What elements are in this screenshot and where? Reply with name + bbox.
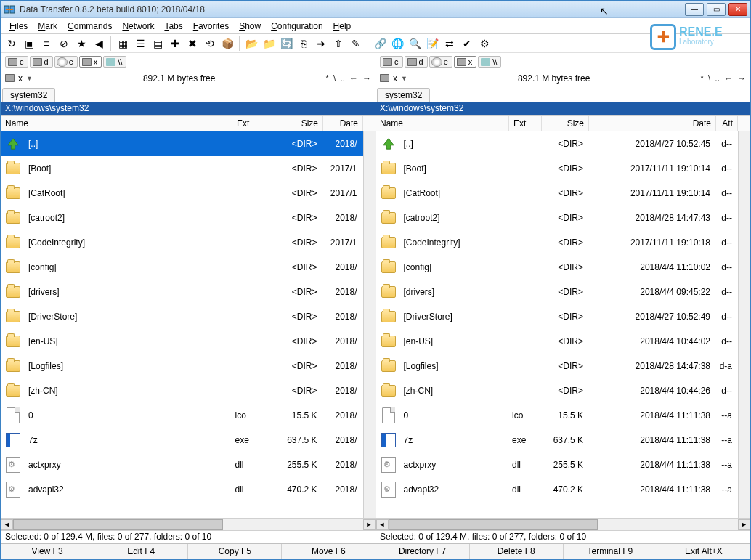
compare-icon[interactable]: ⇄: [442, 36, 458, 52]
file-row[interactable]: [zh-CN]<DIR>2018/4/4 10:44:26d--: [376, 378, 739, 403]
notes-icon[interactable]: 📝: [424, 36, 440, 52]
file-row[interactable]: [config]<DIR>2018/4/4 11:10:02d--: [376, 255, 739, 280]
file-row[interactable]: [en-US]<DIR>2018/: [1, 329, 363, 354]
nav-up[interactable]: ..: [715, 73, 720, 84]
unpack-icon[interactable]: 📂: [243, 36, 259, 52]
func-move[interactable]: Move F6: [282, 544, 376, 559]
drive-x[interactable]: x: [454, 56, 477, 68]
tree-icon[interactable]: ☰: [132, 36, 148, 52]
file-row[interactable]: [..]<DIR>2018/4/27 10:52:45d--: [376, 131, 739, 156]
back-icon[interactable]: ◀: [91, 36, 107, 52]
details-icon[interactable]: ▤: [150, 36, 166, 52]
file-row[interactable]: [..]<DIR>2018/: [1, 131, 363, 156]
file-row[interactable]: [CodeIntegrity]<DIR>2017/11/11 19:10:18d…: [376, 230, 739, 255]
func-delete[interactable]: Delete F8: [470, 544, 564, 559]
options-icon[interactable]: ⚙: [476, 36, 492, 52]
file-row[interactable]: 0ico15.5 K2018/: [1, 403, 363, 428]
list-icon[interactable]: ≡: [38, 36, 54, 52]
file-row[interactable]: 7zexe637.5 K2018/: [1, 428, 363, 453]
file-row[interactable]: [catroot2]<DIR>2018/: [1, 206, 363, 230]
func-copy[interactable]: Copy F5: [188, 544, 282, 559]
path-right[interactable]: X:\windows\system32: [376, 102, 750, 115]
drive-e[interactable]: e: [429, 56, 452, 68]
drive-c[interactable]: c: [380, 56, 403, 68]
vscroll-left[interactable]: [363, 131, 376, 518]
scroll-right-icon[interactable]: ►: [363, 519, 376, 530]
func-terminal[interactable]: Terminal F9: [564, 544, 657, 559]
file-list-left[interactable]: [..]<DIR>2018/[Boot]<DIR>2017/1[CatRoot]…: [1, 131, 363, 518]
drive-netnet[interactable]: \\: [103, 56, 126, 68]
drive-netnet[interactable]: \\: [478, 56, 501, 68]
maximize-button[interactable]: ▭: [707, 3, 726, 16]
nav-star[interactable]: *: [700, 73, 704, 84]
titlebar[interactable]: Data Transfer 0.8.2 beta build 8010; 201…: [1, 1, 750, 18]
grid-icon[interactable]: ▦: [115, 36, 131, 52]
tab-left[interactable]: system32: [2, 88, 55, 102]
all-icon[interactable]: ✚: [167, 36, 183, 52]
close-button[interactable]: ✕: [728, 3, 747, 16]
drive-selector-right[interactable]: x▼: [380, 73, 407, 84]
file-row[interactable]: 7zexe637.5 K2018/4/4 11:11:38--a: [376, 428, 739, 453]
col-ext[interactable]: Ext: [509, 116, 542, 131]
minimize-button[interactable]: —: [685, 3, 704, 16]
col-name[interactable]: Name: [376, 116, 509, 131]
none-icon[interactable]: ✖: [184, 36, 200, 52]
folderup-icon[interactable]: ⇧: [330, 36, 346, 52]
file-row[interactable]: [CatRoot]<DIR>2017/11/11 19:10:14d--: [376, 181, 739, 206]
func-view[interactable]: View F3: [1, 544, 94, 559]
nav-star[interactable]: *: [325, 73, 329, 84]
col-att[interactable]: Att: [716, 116, 738, 131]
menu-show[interactable]: Show: [235, 20, 265, 33]
menu-commands[interactable]: Commands: [63, 20, 116, 33]
col-size[interactable]: Size: [542, 116, 589, 131]
col-size[interactable]: Size: [272, 116, 323, 131]
menu-files[interactable]: Files: [5, 20, 32, 33]
vscroll-right[interactable]: [738, 131, 750, 518]
menu-tabs[interactable]: Tabs: [160, 20, 187, 33]
nav-up[interactable]: ..: [340, 73, 345, 84]
file-row[interactable]: [drivers]<DIR>2018/: [1, 280, 363, 304]
nav-root[interactable]: \: [708, 73, 710, 84]
file-row[interactable]: actxprxydll255.5 K2018/: [1, 453, 363, 477]
func-directory[interactable]: Directory F7: [376, 544, 470, 559]
scroll-left-icon[interactable]: ◄: [376, 519, 389, 530]
stop-icon[interactable]: ⊘: [56, 36, 72, 52]
scroll-left-icon[interactable]: ◄: [1, 519, 13, 530]
file-row[interactable]: [DriverStore]<DIR>2018/: [1, 304, 363, 329]
terminal-icon[interactable]: ▣: [21, 36, 37, 52]
hscroll-left[interactable]: ◄ ►: [1, 518, 376, 530]
menu-configuration[interactable]: Configuration: [267, 20, 327, 33]
drive-d[interactable]: d: [30, 56, 53, 68]
file-row[interactable]: [CatRoot]<DIR>2017/1: [1, 181, 363, 206]
edit-icon[interactable]: ✎: [348, 36, 364, 52]
file-row[interactable]: advapi32dll470.2 K2018/4/4 11:11:38--a: [376, 477, 739, 502]
star-icon[interactable]: ★: [73, 36, 89, 52]
menu-network[interactable]: Network: [118, 20, 158, 33]
path-left[interactable]: X:\windows\system32: [1, 102, 376, 115]
file-row[interactable]: [CodeIntegrity]<DIR>2017/1: [1, 230, 363, 255]
file-row[interactable]: [Boot]<DIR>2017/1: [1, 156, 363, 181]
file-row[interactable]: [config]<DIR>2018/: [1, 255, 363, 280]
nav-fwd[interactable]: →: [737, 73, 746, 84]
menu-help[interactable]: Help: [329, 20, 356, 33]
col-ext[interactable]: Ext: [232, 116, 272, 131]
sync-icon[interactable]: 🔄: [278, 36, 294, 52]
tab-right[interactable]: system32: [377, 88, 430, 102]
file-row[interactable]: [Boot]<DIR>2017/11/11 19:10:14d--: [376, 156, 739, 181]
drive-x[interactable]: x: [79, 56, 102, 68]
menu-favorites[interactable]: Favorites: [189, 20, 233, 33]
drive-d[interactable]: d: [405, 56, 428, 68]
ftp-icon[interactable]: 🌐: [389, 36, 405, 52]
drive-e[interactable]: e: [54, 56, 78, 68]
file-row[interactable]: [drivers]<DIR>2018/4/4 09:45:22d--: [376, 280, 739, 304]
find-icon[interactable]: 🔍: [407, 36, 423, 52]
invert-icon[interactable]: ⟲: [202, 36, 218, 52]
file-row[interactable]: advapi32dll470.2 K2018/: [1, 477, 363, 502]
hscroll-right[interactable]: ◄ ►: [376, 518, 751, 530]
func-exit[interactable]: Exit Alt+X: [657, 544, 750, 559]
nav-fwd[interactable]: →: [362, 73, 371, 84]
col-date[interactable]: Date: [323, 116, 363, 131]
file-list-right[interactable]: [..]<DIR>2018/4/27 10:52:45d--[Boot]<DIR…: [376, 131, 739, 518]
move-icon[interactable]: ➜: [313, 36, 329, 52]
file-row[interactable]: [Logfiles]<DIR>2018/: [1, 354, 363, 378]
